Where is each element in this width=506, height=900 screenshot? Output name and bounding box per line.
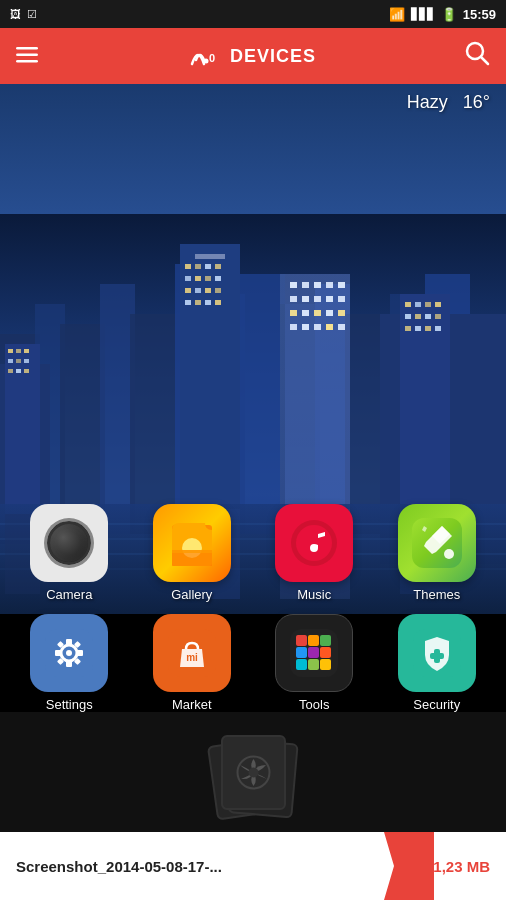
svg-text:mi: mi: [186, 652, 198, 663]
svg-rect-25: [16, 349, 21, 353]
camera-label: Camera: [46, 587, 92, 602]
music-icon: [275, 504, 353, 582]
svg-rect-106: [66, 639, 72, 645]
svg-rect-122: [320, 647, 331, 658]
app-tools[interactable]: Tools: [257, 614, 372, 712]
svg-rect-80: [326, 310, 333, 316]
svg-rect-84: [314, 324, 321, 330]
svg-rect-57: [405, 314, 411, 319]
svg-rect-32: [24, 369, 29, 373]
svg-rect-49: [205, 300, 211, 305]
photo-cards-display: [203, 727, 303, 817]
svg-rect-78: [302, 310, 309, 316]
svg-rect-12: [130, 314, 180, 534]
svg-rect-30: [8, 369, 13, 373]
camera-bottom-section: [0, 712, 506, 832]
svg-rect-44: [195, 288, 201, 293]
svg-point-130: [248, 767, 258, 777]
svg-rect-61: [405, 326, 411, 331]
svg-rect-15: [240, 274, 285, 534]
settings-label: Settings: [46, 697, 93, 712]
svg-point-105: [66, 650, 72, 656]
svg-rect-121: [308, 647, 319, 658]
svg-point-102: [444, 549, 454, 559]
svg-rect-79: [314, 310, 321, 316]
photo-card-main: [221, 735, 286, 810]
svg-rect-64: [435, 326, 441, 331]
app-settings[interactable]: Settings: [12, 614, 127, 712]
svg-rect-67: [290, 282, 297, 288]
app-market[interactable]: mi Market: [135, 614, 250, 712]
devices-label: DEVICES: [230, 46, 316, 67]
svg-rect-39: [185, 276, 191, 281]
svg-rect-45: [205, 288, 211, 293]
svg-rect-34: [195, 254, 225, 259]
svg-rect-69: [314, 282, 321, 288]
svg-rect-81: [338, 310, 345, 316]
app-title-area: 0 DEVICES: [186, 40, 316, 73]
wifi-status-icon: 📶: [389, 7, 405, 22]
svg-rect-119: [320, 635, 331, 646]
screenshot-icon: 🖼: [10, 8, 21, 20]
svg-rect-38: [215, 264, 221, 269]
svg-rect-43: [185, 288, 191, 293]
app-camera[interactable]: Camera: [12, 504, 127, 602]
svg-rect-56: [435, 302, 441, 307]
camera-lens: [47, 521, 91, 565]
svg-point-100: [296, 525, 332, 561]
market-label: Market: [172, 697, 212, 712]
svg-rect-107: [66, 661, 72, 667]
svg-rect-47: [185, 300, 191, 305]
weather-condition: Hazy: [407, 92, 448, 112]
clock: 15:59: [463, 7, 496, 22]
svg-rect-77: [290, 310, 297, 316]
battery-icon: 🔋: [441, 7, 457, 22]
svg-rect-72: [290, 296, 297, 302]
svg-rect-58: [415, 314, 421, 319]
app-themes[interactable]: Themes: [380, 504, 495, 602]
svg-rect-10: [60, 324, 105, 534]
settings-icon: [30, 614, 108, 692]
checkbox-icon: ☑: [27, 8, 37, 21]
menu-button[interactable]: [16, 45, 38, 68]
status-icons-right: 📶 ▋▋▋ 🔋 15:59: [389, 7, 496, 22]
security-label: Security: [413, 697, 460, 712]
svg-rect-40: [195, 276, 201, 281]
svg-rect-53: [405, 302, 411, 307]
svg-rect-37: [205, 264, 211, 269]
tools-icon: [275, 614, 353, 692]
svg-rect-125: [320, 659, 331, 670]
app-security[interactable]: Security: [380, 614, 495, 712]
svg-rect-29: [24, 359, 29, 363]
notification-bar: Screenshot_2014-05-08-17-... 1,23 MB: [0, 832, 506, 900]
top-bar: 0 DEVICES: [0, 28, 506, 84]
notification-size: 1,23 MB: [433, 858, 490, 875]
svg-rect-75: [326, 296, 333, 302]
app-music[interactable]: Music: [257, 504, 372, 602]
svg-rect-36: [195, 264, 201, 269]
svg-rect-26: [24, 349, 29, 353]
app-gallery[interactable]: Gallery: [135, 504, 250, 602]
weather-display: Hazy 16°: [407, 92, 490, 113]
themes-label: Themes: [413, 587, 460, 602]
notification-filename: Screenshot_2014-05-08-17-...: [16, 858, 222, 875]
svg-rect-120: [296, 647, 307, 658]
svg-rect-124: [308, 659, 319, 670]
search-button[interactable]: [464, 40, 490, 72]
market-icon: mi: [153, 614, 231, 692]
svg-rect-109: [77, 650, 83, 656]
main-content: Hazy 16° Camera: [0, 84, 506, 900]
svg-rect-123: [296, 659, 307, 670]
svg-rect-41: [205, 276, 211, 281]
svg-rect-83: [302, 324, 309, 330]
svg-rect-71: [338, 282, 345, 288]
svg-rect-86: [338, 324, 345, 330]
signal-icon: ▋▋▋: [411, 8, 435, 21]
svg-rect-28: [16, 359, 21, 363]
svg-rect-11: [100, 284, 135, 534]
svg-text:0: 0: [209, 52, 216, 64]
svg-rect-63: [425, 326, 431, 331]
svg-rect-128: [430, 653, 444, 659]
tools-label: Tools: [299, 697, 329, 712]
svg-rect-70: [326, 282, 333, 288]
